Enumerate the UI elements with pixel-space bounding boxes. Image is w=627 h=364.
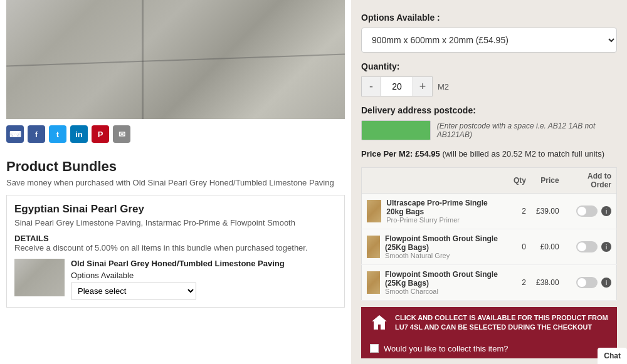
collect-text: CLICK AND COLLECT IS AVAILABLE FOR THIS … [395,313,608,333]
bundle-row-actions: i [564,265,617,301]
bundle-row-price: £39.00 [531,194,564,229]
quantity-row: - + M2 [361,76,617,96]
linkedin-icon[interactable]: in [70,125,88,143]
bundle-row-name: Flowpoint Smooth Grout Single (25Kg Bags… [385,270,503,288]
quantity-plus-button[interactable]: + [413,76,433,96]
bundle-row-image [367,236,380,258]
bundle-product-cell: Ultrascape Pro-Prime Single 20kg Bags Pr… [362,194,508,229]
quantity-minus-button[interactable]: - [361,76,381,96]
bundle-row-toggle[interactable] [576,241,598,252]
product-bundles-title: Product Bundles [6,159,345,175]
bundle-item-select[interactable]: Please select [71,283,196,299]
email-icon[interactable]: ✉ [113,125,130,143]
bundle-details-text: Receive a discount of 5.00% on all items… [14,243,337,252]
bundle-product-cell: Flowpoint Smooth Grout Single (25Kg Bags… [362,265,508,301]
bundle-row-image [367,200,381,222]
bundle-item-info: Old Sinai Pearl Grey Honed/Tumbled Limes… [71,259,337,299]
table-row: Flowpoint Smooth Grout Single (25Kg Bags… [362,229,617,265]
options-select[interactable]: 900mm x 600mm x 20mm (£54.95) [361,28,617,53]
social-icons: ⌨ f t in P ✉ [0,119,351,149]
bundle-row-toggle[interactable] [576,205,598,217]
postcode-input[interactable] [361,120,431,140]
delivery-row: (Enter postcode with a space i.e. AB12 1… [361,120,617,140]
bundle-item-image [14,259,65,296]
bundle-row-actions: i [564,229,617,265]
bundle-row-image [367,271,380,294]
bundle-row-price: £38.00 [531,265,564,301]
collect-row: Would you like to collect this item? [361,339,617,358]
bundle-row-price: £0.00 [531,229,564,265]
col-header-add: Add to Order [564,168,617,194]
bundle-row-name: Ultrascape Pro-Prime Single 20kg Bags [386,199,503,216]
right-panel: Options Available : 900mm x 600mm x 20mm… [351,0,627,364]
product-bundles-subtitle: Save money when purchased with Old Sinai… [6,178,345,187]
bundles-table: Qty Price Add to Order Ultrascape Pro-Pr… [361,167,617,301]
product-bundles-section: Product Bundles Save money when purchase… [0,149,351,314]
bundle-row-info-icon[interactable]: i [601,278,611,288]
bundle-row-info-icon[interactable]: i [601,206,611,216]
twitter-icon[interactable]: t [49,125,66,143]
house-icon [370,313,389,332]
facebook-icon[interactable]: f [28,125,45,143]
bundle-desc: Sinai Pearl Grey Limestone Paving, Insta… [14,218,337,227]
bundle-row-info-icon[interactable]: i [601,242,611,252]
bundle-item-options-label: Options Available [71,271,337,280]
quantity-label: Quantity: [361,61,617,71]
price-per-m2-label: Price Per M2: [361,149,413,159]
collect-banner: CLICK AND COLLECT IS AVAILABLE FOR THIS … [361,307,617,339]
bundle-row-sub: Smooth Natural Grey [385,252,503,259]
postcode-hint: (Enter postcode with a space i.e. AB12 1… [437,122,617,139]
table-row: Ultrascape Pro-Prime Single 20kg Bags Pr… [362,194,617,229]
price-per-m2-value: £54.95 [415,149,440,159]
bundle-item: Old Sinai Pearl Grey Honed/Tumbled Limes… [14,259,337,299]
share-icon[interactable]: ⌨ [6,125,24,143]
bundle-row-toggle[interactable] [576,277,598,288]
pinterest-icon[interactable]: P [92,125,109,143]
bundle-row-qty: 2 [508,194,531,229]
col-header-product [362,168,508,194]
price-per-m2: Price Per M2: £54.95 (will be billed as … [361,149,617,159]
price-per-m2-note: (will be billed as 20.52 M2 to match ful… [442,149,604,159]
collect-checkbox[interactable] [370,344,379,353]
bundle-row-sub: Pro-Prime Slurry Primer [386,216,503,224]
delivery-label: Delivery address postcode: [361,105,617,115]
bundle-row-qty: 0 [508,229,531,265]
quantity-unit: M2 [438,82,449,91]
left-panel: ⌨ f t in P ✉ Product Bundles Save money … [0,0,351,364]
bundle-row-name: Flowpoint Smooth Grout Single (25Kg Bags… [385,234,503,252]
bundle-product-cell: Flowpoint Smooth Grout Single (25Kg Bags… [362,229,508,265]
collect-question: Would you like to collect this item? [384,344,508,353]
quantity-input[interactable] [381,76,413,96]
bundle-name: Egyptian Sinai Pearl Grey [14,203,337,216]
product-image [6,0,345,119]
chat-button[interactable]: Chat [598,348,627,364]
bundle-row-actions: i [564,194,617,229]
bundle-item-name: Old Sinai Pearl Grey Honed/Tumbled Limes… [71,259,337,268]
bundle-details-label: DETAILS [14,234,337,243]
bundle-row-qty: 2 [508,265,531,301]
table-row: Flowpoint Smooth Grout Single (25Kg Bags… [362,265,617,301]
col-header-price: Price [531,168,564,194]
col-header-qty: Qty [508,168,531,194]
bundle-box: Egyptian Sinai Pearl Grey Sinai Pearl Gr… [6,195,345,308]
options-label: Options Available : [361,13,617,23]
bundle-row-sub: Smooth Charcoal [385,288,503,295]
